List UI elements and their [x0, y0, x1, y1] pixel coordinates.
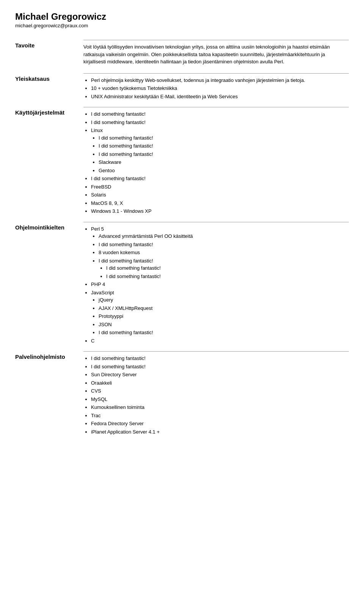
- tavoite-content: Voit löytää työllisyyden innovatiivisen …: [83, 40, 349, 73]
- palvelin-content: I did something fantastic!I did somethin…: [83, 351, 349, 442]
- palvelin-section: Palvelinohjelmisto I did something fanta…: [15, 351, 349, 442]
- tavoite-label: Tavoite: [15, 40, 83, 73]
- list-item: I did something fantastic!: [99, 142, 349, 150]
- list: Perl 5Advanced ymmärtämistä Perl OO käsi…: [91, 225, 349, 345]
- sub-list: jQueryAJAX / XMLHttpRequestPrototyyppiJS…: [99, 296, 349, 336]
- list-item: FreeBSD: [91, 183, 349, 191]
- kaytto-label: Käyttöjärjestelmät: [15, 107, 83, 222]
- list-item: Sun Directory Server: [91, 371, 349, 379]
- list-item: I did something fantastic!I did somethin…: [99, 257, 349, 280]
- tavoite-section: Tavoite Voit löytää työllisyyden innovat…: [15, 40, 349, 73]
- kaytto-content: I did something fantastic!I did somethin…: [83, 107, 349, 222]
- list-item: Oraakkeli: [91, 379, 349, 387]
- list-item: I did something fantastic!: [91, 110, 349, 118]
- list-item: Trac: [91, 412, 349, 420]
- list-item: Perl ohjelmoija keskittyy Web-sovellukse…: [91, 77, 349, 84]
- yleiskatsaus-content: Perl ohjelmoija keskittyy Web-sovellukse…: [83, 73, 349, 107]
- list-item: C: [91, 337, 349, 345]
- list-item: MacOS 8, 9, X: [91, 200, 349, 207]
- list-item: I did something fantastic!: [91, 355, 349, 362]
- list-item: I did something fantastic!: [99, 134, 349, 142]
- list-item: I did something fantastic!: [91, 363, 349, 371]
- list-item: LinuxI did something fantastic!I did som…: [91, 127, 349, 174]
- yleiskatsaus-section: Yleiskatsaus Perl ohjelmoija keskittyy W…: [15, 73, 349, 107]
- list-item: 10 + vuoden työkokemus Tietotekniikka: [91, 85, 349, 92]
- list-item: iPlanet Application Server 4.1 +: [91, 428, 349, 436]
- list-item: PHP 4: [91, 281, 349, 288]
- yleiskatsaus-label: Yleiskatsaus: [15, 73, 83, 107]
- tavoite-text: Voit löytää työllisyyden innovatiivisen …: [83, 43, 349, 66]
- list-item: I did something fantastic!: [99, 151, 349, 158]
- palvelin-list: I did something fantastic!I did somethin…: [91, 355, 349, 435]
- list-item: Slackware: [99, 159, 349, 166]
- list-item: AJAX / XMLHttpRequest: [99, 305, 349, 312]
- ohjelmointi-content: Perl 5Advanced ymmärtämistä Perl OO käsi…: [83, 222, 349, 352]
- list-item: JavaScriptjQueryAJAX / XMLHttpRequestPro…: [91, 289, 349, 336]
- list: I did something fantastic!I did somethin…: [91, 110, 349, 215]
- list-item: Advanced ymmärtämistä Perl OO käsitteitä: [99, 233, 349, 240]
- list-item: Solaris: [91, 191, 349, 199]
- list-item: I did something fantastic!: [99, 329, 349, 336]
- list-item: I did something fantastic!: [106, 264, 349, 272]
- ohjelmointi-label: Ohjelmointikielten: [15, 222, 83, 352]
- list-item: I did something fantastic!: [106, 273, 349, 280]
- list-item: I did something fantastic!: [91, 175, 349, 182]
- list-item: CVS: [91, 387, 349, 395]
- list-item: jQuery: [99, 296, 349, 304]
- list-item: JSON: [99, 321, 349, 328]
- ohjelmointi-section: Ohjelmointikielten Perl 5Advanced ymmärt…: [15, 222, 349, 352]
- list-item: 8 vuoden kokemus: [99, 249, 349, 256]
- list-item: Gentoo: [99, 167, 349, 174]
- sub-list: I did something fantastic!I did somethin…: [99, 134, 349, 174]
- list-item: Prototyyppi: [99, 313, 349, 320]
- list-item: Windows 3.1 - Windows XP: [91, 207, 349, 215]
- list-item: Kumouksellinen toiminta: [91, 404, 349, 411]
- sub-list: Advanced ymmärtämistä Perl OO käsitteitä…: [99, 233, 349, 280]
- kaytto-section: Käyttöjärjestelmät I did something fanta…: [15, 107, 349, 222]
- yleiskatsaus-list: Perl ohjelmoija keskittyy Web-sovellukse…: [91, 77, 349, 101]
- list-item: I did something fantastic!: [91, 119, 349, 126]
- palvelin-label: Palvelinohjelmisto: [15, 351, 83, 442]
- author-name: Michael Gregorowicz: [15, 11, 349, 22]
- list-item: I did something fantastic!: [99, 241, 349, 248]
- sub-sub-list: I did something fantastic!I did somethin…: [106, 264, 349, 280]
- list-item: Fedora Directory Server: [91, 420, 349, 427]
- list-item: MySQL: [91, 396, 349, 403]
- list-item: UNIX Administrator keskitytään E-Mail, i…: [91, 93, 349, 101]
- header: Michael Gregorowicz michael.gregorowicz@…: [15, 11, 349, 28]
- list-item: Perl 5Advanced ymmärtämistä Perl OO käsi…: [91, 225, 349, 280]
- author-email: michael.gregorowicz@praux.com: [15, 23, 349, 28]
